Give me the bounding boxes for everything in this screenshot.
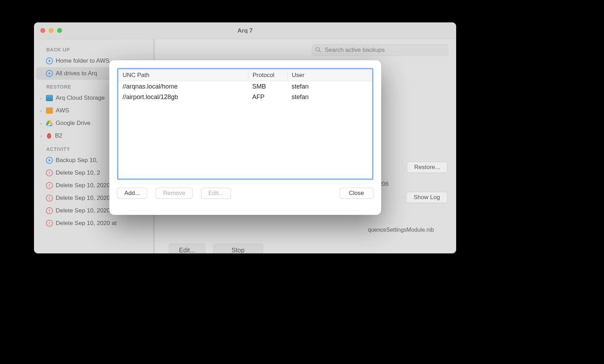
cell-protocol: AFP: [248, 93, 287, 101]
alert-icon: !: [46, 195, 53, 202]
edit-share-button[interactable]: Edit...: [201, 188, 231, 199]
sidebar-item-label: AWS: [56, 107, 69, 114]
alert-icon: !: [46, 220, 53, 227]
chevron-right-icon: ›: [39, 133, 43, 139]
cell-user: stefan: [287, 83, 372, 90]
text-fragment: quenceSettingsModule.nib: [368, 227, 434, 233]
remove-button[interactable]: Remove: [156, 188, 192, 199]
aws-icon: [46, 107, 53, 114]
close-button[interactable]: Close: [339, 188, 373, 199]
sidebar-item-label: Delete Sep 10, 2020 at: [56, 220, 117, 227]
cell-protocol: SMB: [248, 83, 287, 90]
sidebar-item-activity[interactable]: ! Delete Sep 10, 2020 at: [34, 217, 153, 230]
sidebar-item-label: Delete Sep 10, 2: [56, 169, 100, 176]
add-button[interactable]: Add...: [117, 188, 147, 199]
google-drive-icon: [46, 120, 53, 126]
minimize-window-icon[interactable]: [49, 28, 54, 33]
sidebar-item-label: Backup Sep 10,: [56, 157, 98, 164]
search-input[interactable]: [312, 44, 448, 56]
edit-button[interactable]: Edit...: [169, 244, 205, 253]
alert-icon: !: [46, 169, 53, 176]
modal-button-row: Add... Remove Edit... Close: [117, 188, 373, 199]
table-row[interactable]: //arqnas.local/home SMB stefan: [118, 81, 372, 92]
sidebar-item-label: Delete Sep 10, 2020 at: [56, 207, 117, 214]
column-header-user[interactable]: User: [287, 71, 372, 79]
sidebar-item-label: Delete Sep 10, 2020 at: [56, 195, 117, 202]
cell-path: //arqnas.local/home: [118, 83, 248, 90]
sidebar-item-label: Delete Sep 10, 2020 at: [56, 182, 117, 189]
maximize-window-icon[interactable]: [57, 28, 62, 33]
sidebar-item-label: All drives to Arq: [56, 70, 97, 77]
alert-icon: !: [46, 182, 53, 189]
chevron-right-icon: ›: [39, 108, 43, 113]
sidebar-item-label: Google Drive: [56, 120, 90, 127]
shares-table[interactable]: UNC Path Protocol User //arqnas.local/ho…: [117, 68, 373, 180]
play-icon: [46, 157, 53, 164]
window-title: Arq 7: [238, 27, 253, 34]
alert-icon: !: [46, 207, 53, 214]
cell-user: stefan: [287, 93, 372, 101]
titlebar: Arq 7: [34, 22, 456, 39]
chevron-right-icon: ›: [39, 121, 43, 126]
close-window-icon[interactable]: [40, 28, 45, 33]
arq-cloud-icon: [46, 95, 53, 101]
svg-line-4: [319, 51, 321, 52]
stop-button[interactable]: Stop: [213, 244, 263, 253]
sidebar-header-backup: BACK UP: [34, 43, 153, 55]
chevron-right-icon: ›: [39, 96, 43, 101]
network-shares-dialog: UNC Path Protocol User //arqnas.local/ho…: [109, 60, 381, 215]
table-row[interactable]: //airport.local/128gb AFP stefan: [118, 92, 372, 102]
table-header: UNC Path Protocol User: [118, 69, 372, 81]
search-wrap: [312, 44, 448, 56]
play-icon: [46, 70, 53, 77]
b2-icon: [46, 132, 52, 139]
show-log-button[interactable]: Show Log: [406, 192, 447, 203]
sidebar-item-label: B2: [55, 132, 62, 139]
column-header-protocol[interactable]: Protocol: [248, 71, 287, 79]
play-icon: [46, 57, 53, 64]
sidebar-item-label: Home folder to AWS: [56, 57, 109, 64]
restore-button[interactable]: Restore...: [407, 162, 447, 173]
search-icon: [315, 47, 321, 54]
cell-path: //airport.local/128gb: [118, 93, 248, 101]
column-header-path[interactable]: UNC Path: [118, 71, 248, 79]
traffic-lights: [40, 28, 62, 33]
sidebar-item-label: Arq Cloud Storage: [56, 94, 105, 102]
